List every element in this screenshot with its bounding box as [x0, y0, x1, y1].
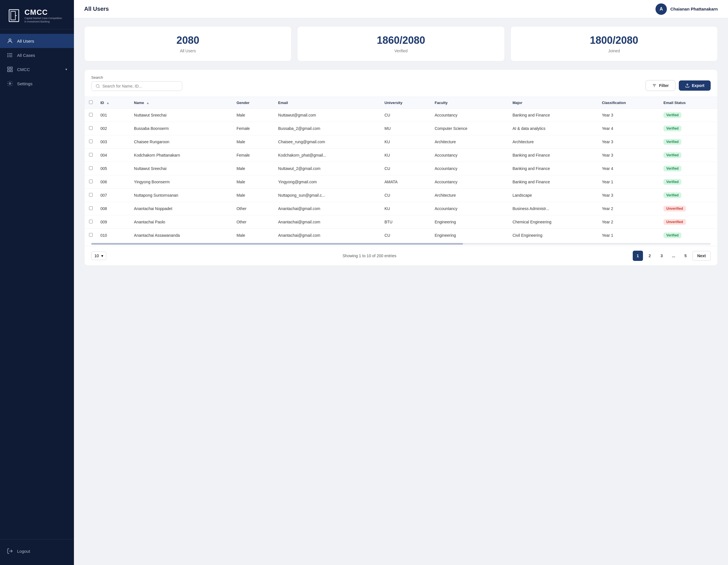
svg-point-8 — [8, 55, 8, 55]
filter-button-label: Filter — [659, 83, 669, 88]
sort-id-icon[interactable]: ▲ — [106, 101, 109, 105]
users-table: ID ▲ Name ▲ Gender Email University Facu… — [84, 97, 717, 242]
row-checkbox[interactable] — [89, 126, 93, 130]
row-gender: Male — [232, 189, 274, 202]
row-status: Verified — [659, 109, 717, 122]
search-label: Search — [91, 75, 182, 80]
row-university: KU — [380, 135, 430, 149]
filter-button[interactable]: Filter — [646, 80, 675, 91]
table-scrollbar[interactable] — [84, 242, 717, 246]
row-university: MU — [380, 122, 430, 135]
sidebar-item-settings[interactable]: Settings — [0, 76, 74, 91]
sidebar-item-all-users-label: All Users — [17, 39, 34, 44]
row-status: Verified — [659, 229, 717, 242]
row-checkbox-cell — [84, 216, 96, 229]
sidebar-item-cmcc[interactable]: CMCC ▾ — [0, 62, 74, 76]
sort-name-icon[interactable]: ▲ — [146, 101, 149, 105]
stat-value-verified: 1860/2080 — [377, 34, 425, 46]
row-university: KU — [380, 149, 430, 162]
chevron-down-icon: ▾ — [65, 67, 67, 71]
row-id: 002 — [96, 122, 129, 135]
export-button[interactable]: Export — [679, 80, 711, 91]
row-checkbox[interactable] — [89, 113, 93, 117]
table-row: 005 Nuttawut Sreechai Male Nuttawut_2@gm… — [84, 162, 717, 175]
status-badge: Verified — [663, 152, 681, 158]
page-btn-2[interactable]: 2 — [645, 251, 655, 261]
sidebar-item-logout-label: Logout — [17, 549, 30, 554]
row-id: 008 — [96, 202, 129, 216]
row-id: 004 — [96, 149, 129, 162]
row-email: Anantachai@gmail.com — [274, 216, 380, 229]
stat-value-all-users: 2080 — [177, 34, 199, 46]
sidebar-item-logout[interactable]: Logout — [0, 544, 74, 558]
row-status: Verified — [659, 189, 717, 202]
sidebar-item-all-cases[interactable]: All Cases — [0, 48, 74, 62]
row-faculty: Engineering — [430, 229, 508, 242]
logo-cmcc-text: CMCC — [24, 8, 62, 17]
row-checkbox-cell — [84, 122, 96, 135]
row-gender: Male — [232, 135, 274, 149]
row-checkbox[interactable] — [89, 233, 93, 237]
row-major: Banking and Finance — [508, 109, 597, 122]
status-badge: Verified — [663, 166, 681, 171]
sidebar-item-all-users[interactable]: All Users — [0, 34, 74, 48]
row-checkbox-cell — [84, 202, 96, 216]
row-name: Anantachai Assawananda — [129, 229, 232, 242]
logo: CMCC Capital Market Case Competitionin I… — [0, 0, 74, 29]
row-checkbox[interactable] — [89, 166, 93, 170]
row-gender: Male — [232, 229, 274, 242]
row-name: Yingyong Boonserm — [129, 175, 232, 189]
stat-card-verified: 1860/2080 Verified — [297, 26, 504, 61]
row-email: Nuttawut@gmail.com — [274, 109, 380, 122]
page-size-dropdown[interactable]: 10 ▾ — [91, 252, 106, 260]
table-row: 004 Kodchakorn Phattanakarn Female Kodch… — [84, 149, 717, 162]
row-name: Nuttapong Suntornsanan — [129, 189, 232, 202]
row-checkbox[interactable] — [89, 193, 93, 197]
page-btn-3[interactable]: 3 — [657, 251, 667, 261]
status-badge: Unverified — [663, 206, 686, 212]
row-checkbox[interactable] — [89, 180, 93, 183]
page-btn-1[interactable]: 1 — [633, 251, 643, 261]
row-checkbox[interactable] — [89, 220, 93, 224]
table-wrapper: ID ▲ Name ▲ Gender Email University Facu… — [84, 97, 717, 242]
row-classification: Year 3 — [597, 189, 659, 202]
page-btn-5[interactable]: 5 — [681, 251, 691, 261]
row-status: Verified — [659, 149, 717, 162]
search-input[interactable] — [102, 84, 178, 88]
table-row: 002 Bussaba Boonserm Female Bussaba_2@gm… — [84, 122, 717, 135]
row-checkbox[interactable] — [89, 140, 93, 143]
stats-row: 2080 All Users 1860/2080 Verified 1800/2… — [84, 26, 718, 61]
list-icon — [7, 52, 13, 58]
row-name: Bussaba Boonserm — [129, 122, 232, 135]
row-checkbox-cell — [84, 135, 96, 149]
row-email: Yingyong@gmail.com — [274, 175, 380, 189]
row-status: Verified — [659, 175, 717, 189]
row-checkbox[interactable] — [89, 153, 93, 157]
next-button[interactable]: Next — [692, 251, 711, 261]
avatar: A — [655, 3, 667, 15]
table-row: 001 Nuttawut Sreechai Male Nuttawut@gmai… — [84, 109, 717, 122]
row-university: CU — [380, 109, 430, 122]
stat-label-all-users: All Users — [180, 49, 196, 53]
row-major: Landscape — [508, 189, 597, 202]
row-faculty: Accountancy — [430, 109, 508, 122]
row-id: 006 — [96, 175, 129, 189]
row-checkbox-cell — [84, 149, 96, 162]
select-all-checkbox[interactable] — [89, 100, 93, 104]
col-gender: Gender — [232, 97, 274, 109]
page-btn-ellipsis: ... — [669, 251, 679, 261]
status-badge: Verified — [663, 179, 681, 185]
status-badge: Verified — [663, 126, 681, 131]
row-checkbox-cell — [84, 162, 96, 175]
status-badge: Verified — [663, 233, 681, 238]
table-row: 009 Anantachai Paolo Other Anantachai@gm… — [84, 216, 717, 229]
sidebar-nav: All Users All Cases CMCC ▾ Settings — [0, 29, 74, 539]
scrollbar-thumb[interactable] — [91, 243, 463, 245]
row-classification: Year 2 — [597, 202, 659, 216]
stat-value-joined: 1800/2080 — [590, 34, 638, 46]
row-gender: Male — [232, 109, 274, 122]
row-id: 005 — [96, 162, 129, 175]
gear-icon — [7, 80, 13, 87]
row-name: Anantachai Noppadet — [129, 202, 232, 216]
row-checkbox[interactable] — [89, 206, 93, 210]
